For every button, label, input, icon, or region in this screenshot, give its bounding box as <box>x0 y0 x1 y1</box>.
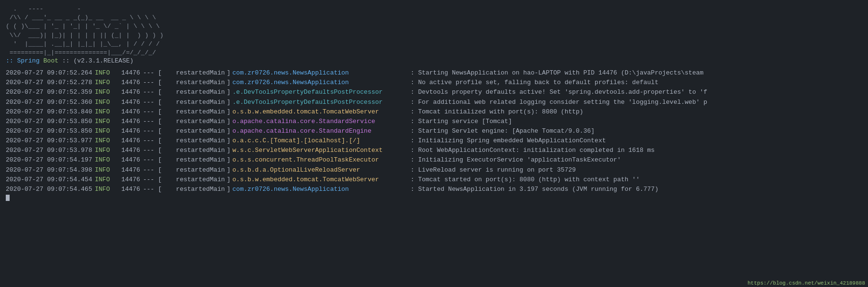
log-class: .e.DevToolsPropertyDefaultsPostProcessor <box>233 87 411 97</box>
log-pid: 14476 <box>121 78 143 87</box>
log-thread: restartedMain <box>167 117 225 126</box>
log-message: : Initializing Spring embedded WebApplic… <box>411 136 606 146</box>
log-level: INFO <box>95 165 121 175</box>
log-level: INFO <box>95 136 121 146</box>
status-bar: https://blog.csdn.net/weixin_42189888 <box>745 279 868 287</box>
log-thread: restartedMain <box>167 175 225 185</box>
log-bracket: ] <box>227 175 231 185</box>
log-bracket: ] <box>227 136 231 146</box>
log-timestamp: 2020-07-27 09:07:52.359 <box>6 87 95 97</box>
log-pid: 14476 <box>121 107 143 117</box>
log-line: 2020-07-27 09:07:53.850 INFO 14476 --- [… <box>6 126 862 136</box>
log-class: o.s.b.w.embedded.tomcat.TomcatWebServer <box>233 107 411 117</box>
log-bracket: ] <box>227 126 231 136</box>
log-line: 2020-07-27 09:07:52.264 INFO 14476 --- [… <box>6 68 862 78</box>
log-level: INFO <box>95 68 121 78</box>
log-bracket: ] <box>227 155 231 165</box>
log-line: 2020-07-27 09:07:54.454 INFO 14476 --- [… <box>6 175 862 185</box>
log-level: INFO <box>95 185 121 194</box>
log-pid: 14476 <box>121 175 143 185</box>
boot-word: Boot <box>43 57 58 64</box>
log-timestamp: 2020-07-27 09:07:54.398 <box>6 165 95 175</box>
log-bracket: ] <box>227 98 231 107</box>
log-pid: 14476 <box>121 117 143 126</box>
log-timestamp: 2020-07-27 09:07:54.454 <box>6 175 95 185</box>
log-thread: restartedMain <box>167 155 225 165</box>
spring-boot-version: :: Spring Boot :: (v2.3.1.RELEASE) <box>6 57 862 64</box>
log-message: : Tomcat started on port(s): 8080 (http)… <box>411 175 640 185</box>
terminal: . ---- - /\\ / ___'_ __ _ _(_)_ __ __ _ … <box>0 0 868 287</box>
log-class: w.s.c.ServletWebServerApplicationContext <box>233 146 411 155</box>
log-line: 2020-07-27 09:07:52.278 INFO 14476 --- [… <box>6 78 862 87</box>
log-separator: --- [ <box>143 185 167 194</box>
log-pid: 14476 <box>121 136 143 146</box>
log-pid: 14476 <box>121 87 143 97</box>
log-bracket: ] <box>227 165 231 175</box>
log-message: : Starting service [Tomcat] <box>411 117 512 126</box>
log-thread: restartedMain <box>167 126 225 136</box>
log-pid: 14476 <box>121 98 143 107</box>
log-level: INFO <box>95 98 121 107</box>
log-separator: --- [ <box>143 98 167 107</box>
log-bracket: ] <box>227 78 231 87</box>
log-timestamp: 2020-07-27 09:07:52.264 <box>6 68 95 78</box>
log-level: INFO <box>95 146 121 155</box>
log-separator: --- [ <box>143 107 167 117</box>
log-separator: --- [ <box>143 155 167 165</box>
log-thread: restartedMain <box>167 165 225 175</box>
log-level: INFO <box>95 78 121 87</box>
log-level: INFO <box>95 175 121 185</box>
log-timestamp: 2020-07-27 09:07:53.978 <box>6 146 95 155</box>
log-level: INFO <box>95 117 121 126</box>
log-message: : LiveReload server is running on port 3… <box>411 165 576 175</box>
log-thread: restartedMain <box>167 98 225 107</box>
log-line: 2020-07-27 09:07:53.850 INFO 14476 --- [… <box>6 117 862 126</box>
log-separator: --- [ <box>143 146 167 155</box>
log-thread: restartedMain <box>167 78 225 87</box>
log-line: 2020-07-27 09:07:53.977 INFO 14476 --- [… <box>6 136 862 146</box>
log-message: : Devtools property defaults active! Set… <box>411 87 707 97</box>
log-message: : Root WebApplicationContext: initializa… <box>411 146 655 155</box>
status-bar-url: https://blog.csdn.net/weixin_42189888 <box>748 280 865 286</box>
log-thread: restartedMain <box>167 107 225 117</box>
log-class: o.a.c.c.C.[Tomcat].[localhost].[/] <box>233 136 411 146</box>
log-timestamp: 2020-07-27 09:07:53.977 <box>6 136 95 146</box>
boot-label: :: (v2.3.1.RELEASE) <box>62 57 133 64</box>
log-separator: --- [ <box>143 165 167 175</box>
log-separator: --- [ <box>143 117 167 126</box>
log-class: o.s.b.d.a.OptionalLiveReloadServer <box>233 165 411 175</box>
log-bracket: ] <box>227 107 231 117</box>
log-class: o.apache.catalina.core.StandardEngine <box>233 126 411 136</box>
log-message: : Tomcat initialized with port(s): 8080 … <box>411 107 583 117</box>
log-thread: restartedMain <box>167 146 225 155</box>
log-thread: restartedMain <box>167 87 225 97</box>
log-container: 2020-07-27 09:07:52.264 INFO 14476 --- [… <box>6 68 862 194</box>
log-level: INFO <box>95 107 121 117</box>
log-line: 2020-07-27 09:07:53.978 INFO 14476 --- [… <box>6 146 862 155</box>
log-separator: --- [ <box>143 126 167 136</box>
log-separator: --- [ <box>143 68 167 78</box>
log-line: 2020-07-27 09:07:52.359 INFO 14476 --- [… <box>6 87 862 97</box>
log-line: 2020-07-27 09:07:52.360 INFO 14476 --- [… <box>6 98 862 107</box>
log-bracket: ] <box>227 87 231 97</box>
log-pid: 14476 <box>121 146 143 155</box>
log-message: : Initializing ExecutorService 'applicat… <box>411 155 621 165</box>
log-class: com.zr0726.news.NewsApplication <box>233 78 411 87</box>
log-class: com.zr0726.news.NewsApplication <box>233 185 411 194</box>
log-message: : Starting Servlet engine: [Apache Tomca… <box>411 126 595 136</box>
spring-word: :: Spring <box>6 57 39 64</box>
log-line: 2020-07-27 09:07:54.398 INFO 14476 --- [… <box>6 165 862 175</box>
log-timestamp: 2020-07-27 09:07:53.850 <box>6 126 95 136</box>
log-bracket: ] <box>227 117 231 126</box>
log-timestamp: 2020-07-27 09:07:52.278 <box>6 78 95 87</box>
log-bracket: ] <box>227 68 231 78</box>
log-message: : Started NewsApplication in 3.197 secon… <box>411 185 659 194</box>
log-separator: --- [ <box>143 175 167 185</box>
log-separator: --- [ <box>143 78 167 87</box>
log-thread: restartedMain <box>167 136 225 146</box>
log-pid: 14476 <box>121 126 143 136</box>
cursor <box>6 195 10 201</box>
log-class: com.zr0726.news.NewsApplication <box>233 68 411 78</box>
log-pid: 14476 <box>121 165 143 175</box>
log-message: : For additional web related logging con… <box>411 98 707 107</box>
